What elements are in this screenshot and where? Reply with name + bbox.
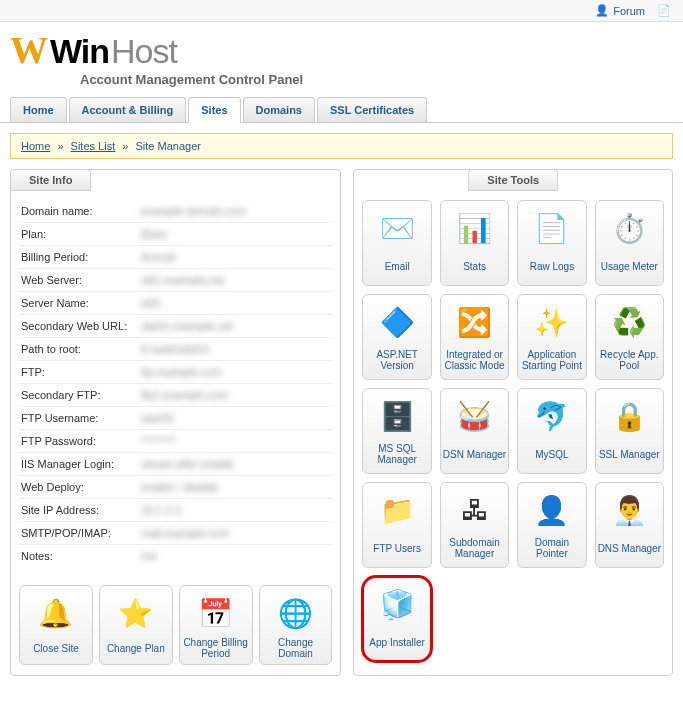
info-row: FTP Username:user01 xyxy=(19,407,332,430)
info-value: site01.example.net xyxy=(141,320,330,332)
tool-label: MySQL xyxy=(520,439,583,469)
forum-link[interactable]: 👤 Forum xyxy=(589,2,651,19)
tool-label: Application Starting Point xyxy=(520,345,583,375)
tool-label: DNS Manager xyxy=(598,533,661,563)
tool-subdomain-manager[interactable]: 🖧Subdomain Manager xyxy=(440,482,509,568)
breadcrumb-current: Site Manager xyxy=(135,140,200,152)
info-row: FTP Password:******** xyxy=(19,430,332,453)
site-info-body: Domain name:example-domain.comPlan:Basic… xyxy=(11,170,340,675)
info-row: Secondary Web URL:site01.example.net xyxy=(19,315,332,338)
info-label: SMTP/POP/IMAP: xyxy=(21,527,141,539)
tool-app-installer[interactable]: 🧊App Installer xyxy=(362,576,431,662)
close-site-button[interactable]: 🔔 Close Site xyxy=(19,585,93,665)
tab-account-billing[interactable]: Account & Billing xyxy=(69,97,187,122)
tool-ms-sql-manager[interactable]: 🗄️MS SQL Manager xyxy=(362,388,431,474)
site-tools-body: ✉️Email📊Stats📄Raw Logs⏱️Usage Meter🔷ASP.… xyxy=(354,170,672,672)
breadcrumb-home[interactable]: Home xyxy=(21,140,50,152)
main-content: Site Info Domain name:example-domain.com… xyxy=(0,169,683,686)
notes-icon: 📄 xyxy=(657,4,671,17)
tool-stats[interactable]: 📊Stats xyxy=(440,200,509,286)
info-value: Annual xyxy=(141,251,330,263)
change-plan-button[interactable]: ⭐ Change Plan xyxy=(99,585,173,665)
info-row: IIS Manager Login:shown after enable xyxy=(19,453,332,476)
change-domain-label: Change Domain xyxy=(262,636,330,660)
info-value: ******** xyxy=(141,435,330,447)
info-label: Plan: xyxy=(21,228,141,240)
change-billing-label: Change Billing Period xyxy=(182,636,250,660)
tool-integrated-or-classic-mode[interactable]: 🔀Integrated or Classic Mode xyxy=(440,294,509,380)
info-value: ftp.example.com xyxy=(141,366,330,378)
change-plan-label: Change Plan xyxy=(102,636,170,660)
logo-host: Host xyxy=(111,32,177,71)
tool-icon: 📊 xyxy=(443,207,506,249)
tool-icon: 📄 xyxy=(520,207,583,249)
tool-icon: 👤 xyxy=(520,489,583,531)
info-label: IIS Manager Login: xyxy=(21,458,141,470)
info-value: enable / disable xyxy=(141,481,330,493)
tool-label: MS SQL Manager xyxy=(365,439,428,469)
tool-icon: 🧊 xyxy=(365,583,428,625)
site-info-actions: 🔔 Close Site ⭐ Change Plan 📅 Change Bill… xyxy=(19,585,332,665)
tool-icon: 👨‍💼 xyxy=(598,489,661,531)
info-label: Secondary Web URL: xyxy=(21,320,141,332)
info-row: Path to root:E:\web\site01\ xyxy=(19,338,332,361)
tool-icon: 📁 xyxy=(365,489,428,531)
info-value: Basic xyxy=(141,228,330,240)
info-value: user01 xyxy=(141,412,330,424)
info-value: n/a xyxy=(141,550,330,562)
tool-icon: 🥁 xyxy=(443,395,506,437)
tab-ssl-certificates[interactable]: SSL Certificates xyxy=(317,97,427,122)
tool-mysql[interactable]: 🐬MySQL xyxy=(517,388,586,474)
forum-icon: 👤 xyxy=(595,4,609,17)
notes-link[interactable]: 📄 xyxy=(651,2,677,19)
tool-email[interactable]: ✉️Email xyxy=(362,200,431,286)
tool-icon: ⏱️ xyxy=(598,207,661,249)
info-label: Web Deploy: xyxy=(21,481,141,493)
tool-label: App Installer xyxy=(365,627,428,657)
tab-home[interactable]: Home xyxy=(10,97,67,122)
tool-icon: ✨ xyxy=(520,301,583,343)
main-tabs: HomeAccount & BillingSitesDomainsSSL Cer… xyxy=(0,97,683,123)
tool-dns-manager[interactable]: 👨‍💼DNS Manager xyxy=(595,482,664,568)
info-label: Domain name: xyxy=(21,205,141,217)
breadcrumb-sep: » xyxy=(122,140,128,152)
tool-icon: 🐬 xyxy=(520,395,583,437)
info-label: Secondary FTP: xyxy=(21,389,141,401)
site-tools-tab: Site Tools xyxy=(468,169,558,191)
tool-label: Recycle App. Pool xyxy=(598,345,661,375)
breadcrumb-sites-list[interactable]: Sites List xyxy=(71,140,116,152)
change-billing-icon: 📅 xyxy=(182,592,250,634)
info-label: Server Name: xyxy=(21,297,141,309)
site-info-tab: Site Info xyxy=(10,169,91,191)
tab-domains[interactable]: Domains xyxy=(243,97,315,122)
tool-ftp-users[interactable]: 📁FTP Users xyxy=(362,482,431,568)
tool-raw-logs[interactable]: 📄Raw Logs xyxy=(517,200,586,286)
info-value: example-domain.com xyxy=(141,205,330,217)
tool-label: Raw Logs xyxy=(520,251,583,281)
info-value: 10.1.2.3 xyxy=(141,504,330,516)
tool-application-starting-point[interactable]: ✨Application Starting Point xyxy=(517,294,586,380)
info-row: Domain name:example-domain.com xyxy=(19,200,332,223)
close-site-label: Close Site xyxy=(22,636,90,660)
tool-usage-meter[interactable]: ⏱️Usage Meter xyxy=(595,200,664,286)
tab-sites[interactable]: Sites xyxy=(188,97,240,123)
tool-domain-pointer[interactable]: 👤Domain Pointer xyxy=(517,482,586,568)
info-label: Web Server: xyxy=(21,274,141,286)
info-row: SMTP/POP/IMAP:mail.example.com xyxy=(19,522,332,545)
top-bar: 👤 Forum 📄 xyxy=(0,0,683,22)
tool-ssl-manager[interactable]: 🔒SSL Manager xyxy=(595,388,664,474)
tool-label: Subdomain Manager xyxy=(443,533,506,563)
change-billing-button[interactable]: 📅 Change Billing Period xyxy=(179,585,253,665)
tool-recycle-app-pool[interactable]: ♻️Recycle App. Pool xyxy=(595,294,664,380)
tool-asp-net-version[interactable]: 🔷ASP.NET Version xyxy=(362,294,431,380)
forum-label: Forum xyxy=(613,5,645,17)
info-row: FTP:ftp.example.com xyxy=(19,361,332,384)
breadcrumb: Home » Sites List » Site Manager xyxy=(10,133,673,159)
info-value: shown after enable xyxy=(141,458,330,470)
tool-label: DSN Manager xyxy=(443,439,506,469)
tool-label: FTP Users xyxy=(365,533,428,563)
tool-dsn-manager[interactable]: 🥁DSN Manager xyxy=(440,388,509,474)
tool-icon: ♻️ xyxy=(598,301,661,343)
change-domain-button[interactable]: 🌐 Change Domain xyxy=(259,585,333,665)
site-info-panel: Site Info Domain name:example-domain.com… xyxy=(10,169,341,676)
